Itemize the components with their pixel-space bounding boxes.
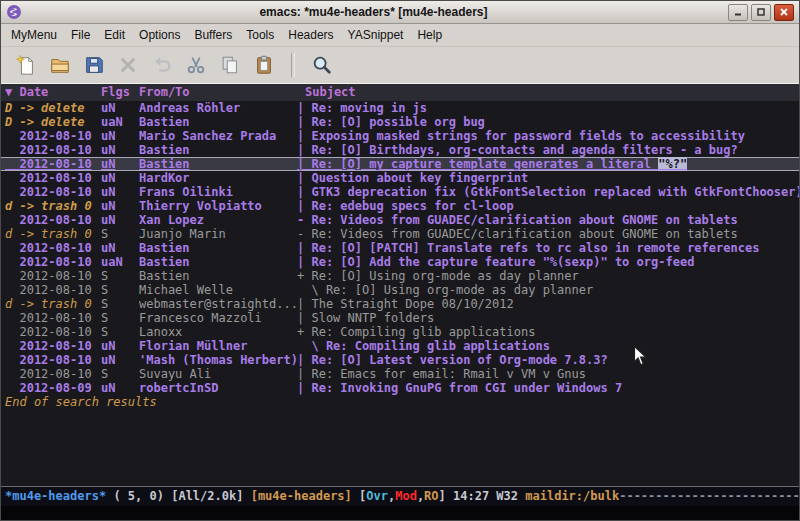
message-subject: | Re: [O] possible org bug [297,115,799,129]
message-mark: D -> delete [1,115,101,129]
modeline-segment: ----------------------------------------… [619,489,799,503]
modeline-segment: Mod [395,489,417,503]
message-subject: | Slow NNTP folders [297,311,799,325]
message-subject: | Re: Invoking GnuPG from CGI under Wind… [297,381,799,395]
message-date: 2012-08-10 [1,143,101,157]
search-icon[interactable] [308,51,336,79]
message-date: 2012-08-10 [1,283,101,297]
menu-item-options[interactable]: Options [132,26,187,44]
message-row[interactable]: 2012-08-10SMichael Welle \ Re: [O] Using… [1,283,799,297]
message-row[interactable]: 2012-08-10uNXan Lopez- Re: Videos from G… [1,213,799,227]
message-row[interactable]: 2012-08-10uNFrans Oilinki| GTK3 deprecat… [1,185,799,199]
message-row[interactable]: 2012-08-10uNBastien| Re: [O] Birthdays, … [1,143,799,157]
message-row[interactable]: d -> trash 0uNThierry Volpiatto| Re: ede… [1,199,799,213]
message-row[interactable]: 2012-08-10SSuvayu Ali| Re: Emacs for ema… [1,367,799,381]
paste-icon[interactable] [250,51,278,79]
message-row[interactable]: 2012-08-10uNFlorian Müllner \ Re: Compil… [1,339,799,353]
emacs-window: emacs: *mu4e-headers* [mu4e-headers] MyM… [0,0,800,521]
column-header-date[interactable]: ▼ Date [1,84,101,101]
message-row[interactable]: d -> trash 0SJuanjo Marin- Re: Videos fr… [1,227,799,241]
message-from: Thierry Volpiatto [139,199,297,213]
message-from: Bastien [139,157,297,171]
column-header-subject[interactable]: Subject [297,84,799,101]
message-date: 2012-08-10 [1,213,101,227]
message-row[interactable]: 2012-08-10uNMario Sanchez Prada| Exposin… [1,129,799,143]
modeline-segment: maildir:/bulk [525,489,619,503]
message-date: 2012-08-10 [1,129,101,143]
message-flags: uN [101,213,139,227]
echo-area[interactable] [1,506,799,520]
message-row[interactable]: 2012-08-10uaNBastien| Re: [O] Add the ca… [1,255,799,269]
menu-item-mymenu[interactable]: MyMenu [4,26,64,44]
mode-line: *mu4e-headers* ( 5, 0) [All/2.0k] [mu4e-… [1,486,799,506]
modeline-segment: RO [424,489,438,503]
message-list: D -> deleteuNAndreas Röhler| Re: moving … [1,101,799,395]
message-from: Florian Müllner [139,339,297,353]
menu-item-edit[interactable]: Edit [97,26,132,44]
message-flags: S [101,227,139,241]
message-date: 2012-08-10 [1,353,101,367]
modeline-segment: [ [352,489,366,503]
menu-item-tools[interactable]: Tools [239,26,281,44]
save-icon[interactable] [80,51,108,79]
toolbar [1,47,799,84]
cursor-highlight: "%?" [658,157,687,171]
message-row[interactable]: 2012-08-10SBastien+ Re: [O] Using org-mo… [1,269,799,283]
message-row[interactable]: 2012-08-10SFrancesco Mazzoli| Slow NNTP … [1,311,799,325]
message-from: Bastien [139,255,297,269]
new-file-icon[interactable] [12,51,40,79]
mu4e-headers-buffer: ▼ Date Flgs From/To Subject D -> deleteu… [1,84,799,486]
message-flags: uaN [101,255,139,269]
message-row[interactable]: 2012-08-10uNHardKor| Question about key … [1,171,799,185]
cut-icon[interactable] [182,51,210,79]
message-row[interactable]: 2012-08-10uN'Mash (Thomas Herbert)| Re: … [1,353,799,367]
message-subject: | Re: moving in js [297,101,799,115]
modeline-segment: ] [439,489,453,503]
message-flags: S [101,283,139,297]
modeline-segment: 14:27 W32 [453,489,525,503]
message-flags: uN [101,381,139,395]
message-row[interactable]: 2012-08-09uNrobertcInSD| Re: Invoking Gn… [1,381,799,395]
message-subject: | Re: [O] my capture template generates … [297,157,799,171]
maximize-button[interactable] [751,4,771,21]
menu-bar: MyMenuFileEditOptionsBuffersToolsHeaders… [1,24,799,47]
menu-item-file[interactable]: File [64,26,97,44]
message-date: 2012-08-10 [1,311,101,325]
message-from: Frans Oilinki [139,185,297,199]
message-from: Francesco Mazzoli [139,311,297,325]
message-row[interactable]: D -> deleteuaNBastien| Re: [O] possible … [1,115,799,129]
close-button[interactable] [774,4,794,21]
message-flags: uN [101,241,139,255]
message-row[interactable]: 2012-08-10uNBastien| Re: [O] [PATCH] Tra… [1,241,799,255]
toolbar-separator [291,53,295,77]
menu-item-buffers[interactable]: Buffers [187,26,239,44]
message-row[interactable]: 2012-08-10uNBastien| Re: [O] my capture … [1,157,799,171]
menu-item-headers[interactable]: Headers [281,26,340,44]
menu-item-help[interactable]: Help [410,26,449,44]
message-subject: | GTK3 deprecation fix (GtkFontSelection… [297,185,799,199]
open-file-icon[interactable] [46,51,74,79]
message-flags: uN [101,339,139,353]
message-date: 2012-08-09 [1,381,101,395]
end-of-results-text: End of search results [1,395,799,409]
message-from: Bastien [139,115,297,129]
message-date: 2012-08-10 [1,255,101,269]
message-from: Bastien [139,269,297,283]
message-from: Xan Lopez [139,213,297,227]
copy-icon[interactable] [216,51,244,79]
message-from: HardKor [139,171,297,185]
message-row[interactable]: 2012-08-10SLanoxx+ Re: Compiling glib ap… [1,325,799,339]
message-subject: | Re: [O] [PATCH] Translate refs to rc a… [297,241,799,255]
message-date: 2012-08-10 [1,339,101,353]
column-header-from[interactable]: From/To [139,84,297,101]
column-header-flags[interactable]: Flgs [101,84,139,101]
message-flags: S [101,325,139,339]
modeline-segment: ( 5, 0) [All/2.0k] [106,489,251,503]
menu-item-yasnippet[interactable]: YASnippet [341,26,411,44]
message-row[interactable]: D -> deleteuNAndreas Röhler| Re: moving … [1,101,799,115]
minimize-button[interactable] [728,4,748,21]
message-row[interactable]: d -> trash 0Swebmaster@straightd...| The… [1,297,799,311]
message-subject: | Re: [O] Add the capture feature "%(sex… [297,255,799,269]
message-mark: d -> trash 0 [1,227,101,241]
message-subject: - Re: Videos from GUADEC/clarification a… [297,213,799,227]
